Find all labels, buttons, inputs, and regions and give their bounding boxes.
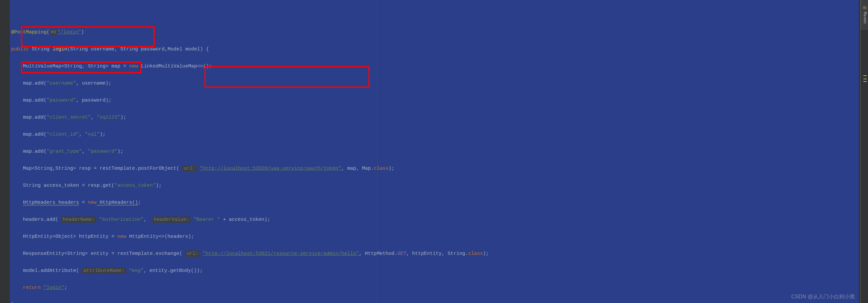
url-string[interactable]: "/login" bbox=[57, 30, 81, 35]
gutter-hint-icon[interactable]: ⊕∨ bbox=[50, 30, 57, 35]
code-line[interactable]: model.addAttribute( attributeName: "msg"… bbox=[11, 267, 858, 275]
call: .postForObject( bbox=[135, 166, 182, 171]
end: ); bbox=[483, 251, 489, 257]
keyword: class bbox=[468, 251, 483, 257]
param-hint: url: bbox=[185, 250, 199, 257]
decl: Map<String,String> resp = bbox=[23, 166, 100, 171]
decl: HttpHeaders headers bbox=[23, 200, 79, 205]
method-name: login bbox=[53, 46, 67, 52]
end: ); bbox=[100, 132, 105, 137]
maven-tab-label: Maven bbox=[862, 12, 867, 24]
string: "xql123" bbox=[97, 115, 120, 120]
minimap-warning-mark[interactable] bbox=[863, 79, 867, 79]
string: "msg" bbox=[129, 268, 144, 273]
code-line[interactable]: HttpHeaders headers = new HttpHeaders(); bbox=[11, 199, 858, 207]
code-line[interactable]: MultiValueMap<String, String> map = new … bbox=[11, 62, 858, 71]
url-string[interactable]: "http://localhost:53020/uaa-service/oaut… bbox=[199, 166, 341, 171]
rest: + access_token); bbox=[220, 217, 270, 223]
decl: HttpEntity<Object> httpEntity = bbox=[23, 234, 117, 239]
string: "password" bbox=[88, 149, 117, 154]
call: .exchange( bbox=[153, 251, 185, 257]
code-line[interactable]: return "login"; bbox=[11, 284, 858, 292]
sp bbox=[190, 217, 193, 223]
code-line[interactable]: map.add("grant_type", "password"); bbox=[11, 147, 858, 156]
rest: , username); bbox=[76, 80, 112, 86]
param-hint: attributeName: bbox=[82, 268, 126, 274]
watermark: CSDN @从入门小白到小黑 bbox=[791, 294, 855, 300]
param-hint: url: bbox=[182, 165, 197, 172]
var: restTemplate bbox=[100, 166, 135, 171]
string: "Bearer " bbox=[193, 217, 220, 223]
call: map.add( bbox=[23, 149, 46, 154]
code-line[interactable]: public String login(String username, Str… bbox=[11, 45, 858, 54]
string: "password" bbox=[46, 98, 76, 103]
code-line[interactable]: map.add("password", password); bbox=[11, 96, 858, 105]
call: model.addAttribute( bbox=[23, 268, 82, 273]
code-line[interactable]: String access_token = resp.get("access_t… bbox=[11, 181, 858, 190]
code-line[interactable]: ResponseEntity<String> entity = restTemp… bbox=[11, 249, 858, 258]
code-line[interactable]: HttpEntity<Object> httpEntity = new Http… bbox=[11, 233, 858, 241]
end: ; bbox=[64, 285, 67, 291]
sep: , bbox=[79, 132, 85, 137]
maven-icon: m bbox=[862, 5, 867, 10]
code-line[interactable]: map.add("client_id", "xql"); bbox=[11, 130, 858, 139]
sp bbox=[96, 217, 99, 223]
code-area[interactable]: @PostMapping(⊕∨"/login") public String l… bbox=[10, 0, 859, 303]
editor-container: @PostMapping(⊕∨"/login") public String l… bbox=[0, 0, 868, 303]
string: "Authorization" bbox=[99, 217, 144, 223]
minimap-warning-mark[interactable] bbox=[863, 75, 867, 76]
string: "username" bbox=[46, 80, 76, 86]
keyword: new bbox=[129, 64, 138, 69]
maven-tool-tab[interactable]: m Maven bbox=[861, 0, 868, 30]
signature: (String username, String password,Model … bbox=[67, 46, 209, 52]
call: headers.add( bbox=[23, 217, 61, 223]
string: "access_token" bbox=[115, 183, 156, 188]
sp bbox=[199, 251, 203, 257]
annotation: @PostMapping bbox=[11, 30, 46, 35]
string: "xql" bbox=[85, 132, 100, 137]
code-line[interactable]: Map<String,String> resp = restTemplate.p… bbox=[11, 164, 858, 173]
sp bbox=[126, 268, 129, 273]
end: ); bbox=[156, 183, 162, 188]
type: String bbox=[32, 46, 50, 52]
param-hint: headerValue: bbox=[152, 216, 190, 223]
vertical-divider bbox=[860, 0, 861, 303]
call: map.add( bbox=[23, 98, 46, 103]
code-line[interactable]: map.add("username", username); bbox=[11, 79, 858, 88]
sep: , bbox=[82, 149, 88, 154]
call: map.add( bbox=[23, 80, 46, 86]
keyword: public bbox=[11, 46, 29, 52]
code-line[interactable]: } bbox=[11, 301, 858, 303]
code-line[interactable]: map.add("client_secret", "xql123"); bbox=[11, 113, 858, 122]
column-guide bbox=[377, 0, 377, 303]
url-string[interactable]: "http://localhost:53021/resource-service… bbox=[203, 251, 359, 257]
keyword: class bbox=[374, 166, 389, 171]
keyword: return bbox=[23, 285, 41, 291]
sp bbox=[197, 166, 199, 171]
code-line[interactable]: headers.add( headerName: "Authorization"… bbox=[11, 215, 858, 224]
string: "grant_type" bbox=[46, 149, 82, 154]
sp bbox=[41, 285, 43, 291]
end: ); bbox=[389, 166, 394, 171]
string[interactable]: "login" bbox=[43, 285, 64, 291]
end: ; bbox=[138, 200, 141, 205]
end: ); bbox=[117, 149, 123, 154]
keyword: new bbox=[88, 200, 97, 205]
call: map.add( bbox=[23, 132, 46, 137]
rest: , password); bbox=[76, 98, 112, 103]
eq: = bbox=[79, 200, 88, 205]
end: ); bbox=[120, 115, 126, 120]
decl: String access_token = resp.get( bbox=[23, 183, 115, 188]
code-line[interactable]: @PostMapping(⊕∨"/login") bbox=[11, 28, 858, 37]
ctor: HttpHeaders() bbox=[97, 200, 138, 205]
keyword: new bbox=[117, 234, 126, 239]
param-hint: headerName: bbox=[61, 216, 96, 223]
rest: , httpEntity, String. bbox=[406, 251, 468, 257]
var: restTemplate bbox=[117, 251, 153, 257]
decl: MultiValueMap<String, String> map = bbox=[23, 64, 126, 69]
gutter[interactable] bbox=[0, 0, 10, 303]
decl: ResponseEntity<String> entity = bbox=[23, 251, 117, 257]
ctor: LinkedMultiValueMap<>(); bbox=[141, 64, 212, 69]
rest: HttpEntity<>(headers); bbox=[126, 234, 194, 239]
minimap-warning-mark[interactable] bbox=[863, 81, 867, 82]
